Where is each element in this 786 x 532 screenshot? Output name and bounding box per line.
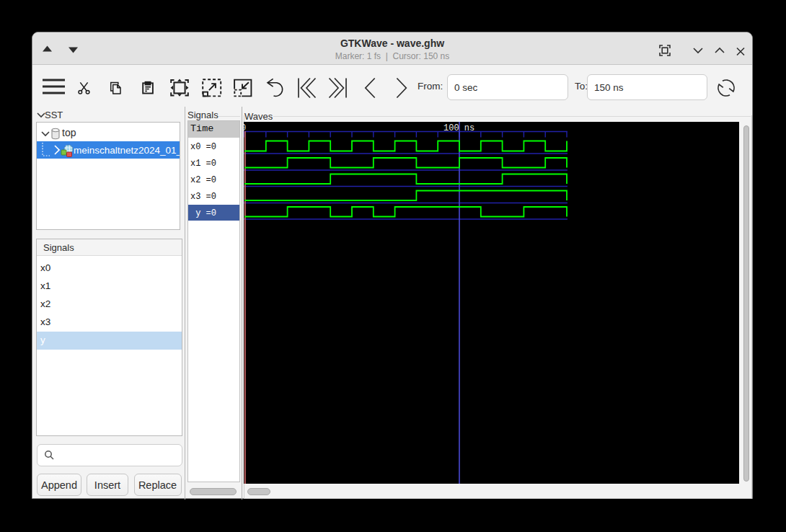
svg-text:0: 0 bbox=[244, 123, 246, 133]
svg-text:100 ns: 100 ns bbox=[443, 123, 474, 133]
